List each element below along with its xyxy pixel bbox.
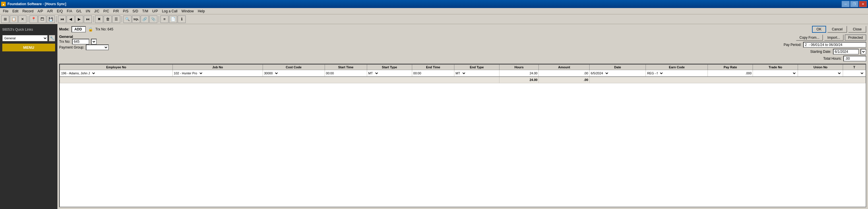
cell-date[interactable]: 6/5/2024 xyxy=(590,70,646,77)
menu-tm[interactable]: T/M xyxy=(141,9,150,14)
earn-code-select[interactable] xyxy=(658,71,663,76)
menu-ap[interactable]: A/P xyxy=(36,9,45,14)
cost-code-select[interactable] xyxy=(274,71,279,76)
menu-ar[interactable]: A/R xyxy=(45,9,55,14)
quick-links-select[interactable]: General xyxy=(2,35,48,41)
protected-button[interactable]: Protected xyxy=(845,34,866,41)
t-select[interactable] xyxy=(844,71,864,76)
col-cost-code: Cost Code xyxy=(262,65,324,70)
payment-group-label: Payment Group: xyxy=(59,46,84,49)
toolbar-window-btn[interactable]: 🗔 xyxy=(38,16,46,23)
minimize-button[interactable]: ─ xyxy=(842,1,849,7)
menu-up[interactable]: U/P xyxy=(150,9,160,14)
lock-icon: 🔒 xyxy=(88,27,93,32)
menu-file[interactable]: File xyxy=(1,9,10,14)
col-end-time: End Time xyxy=(412,65,454,70)
date-select[interactable] xyxy=(604,71,609,76)
toolbar-list-btn[interactable]: ☰ xyxy=(112,16,120,23)
toolbar-doc-btn[interactable]: 📄 xyxy=(169,16,177,23)
wrench-button[interactable]: 🔧 xyxy=(49,35,55,41)
toolbar-info-btn[interactable]: ℹ xyxy=(178,16,186,23)
cell-cost-code[interactable]: 30000 xyxy=(262,70,324,77)
cell-earn-code[interactable]: REG - f xyxy=(646,70,708,77)
menu-button[interactable]: MENU xyxy=(2,43,55,51)
ok-button[interactable]: OK xyxy=(812,26,826,33)
trade-no-select[interactable] xyxy=(754,71,797,76)
toolbar-first-btn[interactable]: ⏮ xyxy=(58,16,66,23)
mode-label: Mode: xyxy=(59,27,69,31)
cell-t[interactable] xyxy=(843,70,866,77)
cell-hours[interactable]: 24.00 xyxy=(499,70,539,77)
start-type-select[interactable] xyxy=(374,71,379,76)
cell-job-no[interactable]: 102 - Hunter Pro xyxy=(173,70,262,77)
menu-pc[interactable]: P/C xyxy=(102,9,111,14)
toolbar: ⊞ 📋 ✕ 📍 🗔 💾 ⏮ ◀ ▶ ⏭ ✖ 🗑 ☰ 🔍 SQL 🔗 📎 ≡ 📄 … xyxy=(0,14,868,24)
menu-sd[interactable]: S/D xyxy=(131,9,140,14)
menu-record[interactable]: Record xyxy=(21,9,35,14)
starting-date-select[interactable] xyxy=(861,49,866,55)
union-no-select[interactable] xyxy=(799,71,842,76)
menu-fa[interactable]: F/A xyxy=(65,9,74,14)
menu-ps[interactable]: P/S xyxy=(121,9,130,14)
toolbar-x-btn[interactable]: ✖ xyxy=(95,16,103,23)
toolbar-link-btn[interactable]: 🔗 xyxy=(141,16,149,23)
trx-no-input[interactable] xyxy=(72,39,89,44)
cell-amount[interactable]: .00 xyxy=(539,70,590,77)
toolbar-save-btn[interactable]: 💾 xyxy=(47,16,55,23)
toolbar-attach-btn[interactable]: 📎 xyxy=(149,16,157,23)
total-rest xyxy=(590,77,866,83)
toolbar-sql-btn[interactable]: SQL xyxy=(132,16,140,23)
total-hours-input[interactable] xyxy=(843,56,866,61)
total-hours-label: Total Hours: xyxy=(823,57,842,61)
toolbar-pin-btn[interactable]: 📍 xyxy=(30,16,38,23)
close-button[interactable]: ✕ xyxy=(859,1,867,7)
trx-no-label: Trx No: xyxy=(59,40,70,43)
menu-pr[interactable]: P/R xyxy=(112,9,121,14)
cell-start-type[interactable]: MT xyxy=(367,70,412,77)
menu-log-call[interactable]: Log a Call xyxy=(160,9,179,14)
menu-in[interactable]: I/N xyxy=(84,9,92,14)
cell-union-no[interactable] xyxy=(798,70,843,77)
starting-date-input[interactable] xyxy=(833,49,859,55)
title-bar: ▲ Foundation Software - [Hours Sync] ─ ❐… xyxy=(0,0,868,8)
restore-button[interactable]: ❐ xyxy=(850,1,858,7)
toolbar-search-btn[interactable]: 🔍 xyxy=(123,16,131,23)
cell-employee-no[interactable]: 196 - Adams, John J xyxy=(60,70,173,77)
menu-help[interactable]: Help xyxy=(196,9,207,14)
grid-header-row: Employee No Job No Cost Code Start Time … xyxy=(60,65,866,70)
menu-jc[interactable]: J/C xyxy=(92,9,101,14)
toolbar-bullets-btn[interactable]: ≡ xyxy=(160,16,168,23)
toolbar-last-btn[interactable]: ⏭ xyxy=(84,16,92,23)
toolbar-delete-btn[interactable]: ✕ xyxy=(19,16,26,23)
toolbar-trash-btn[interactable]: 🗑 xyxy=(104,16,112,23)
toolbar-grid-btn[interactable]: ⊞ xyxy=(1,16,9,23)
close-window-button[interactable]: Close xyxy=(848,26,866,33)
menu-eq[interactable]: E/Q xyxy=(55,9,65,14)
total-hours-row: Total Hours: xyxy=(784,56,866,61)
toolbar-copy-btn[interactable]: 📋 xyxy=(10,16,18,23)
cell-pay-rate[interactable]: .000 xyxy=(708,70,753,77)
cell-trade-no[interactable] xyxy=(753,70,798,77)
title-bar-controls: ─ ❐ ✕ xyxy=(842,1,867,7)
cell-end-type[interactable]: MT xyxy=(454,70,499,77)
menu-window[interactable]: Window xyxy=(180,9,195,14)
cancel-button[interactable]: Cancel xyxy=(827,26,847,33)
import-button[interactable]: Import... xyxy=(824,34,844,41)
cell-start-time[interactable]: 00:00 xyxy=(324,70,367,77)
end-type-select[interactable] xyxy=(461,71,466,76)
payment-group-select[interactable] xyxy=(86,44,109,50)
menu-edit[interactable]: Edit xyxy=(11,9,20,14)
tb-separator-4 xyxy=(122,16,122,22)
general-buttons: Copy From... Import... Protected xyxy=(796,34,866,41)
app-icon: ▲ xyxy=(1,2,6,6)
menu-gl[interactable]: G/L xyxy=(74,9,83,14)
pay-period-input[interactable] xyxy=(803,42,866,48)
trx-no-select[interactable] xyxy=(91,39,97,44)
copy-from-button[interactable]: Copy From... xyxy=(796,34,823,41)
employee-no-select[interactable] xyxy=(91,71,96,76)
toolbar-next-btn[interactable]: ▶ xyxy=(75,16,83,23)
toolbar-prev-btn[interactable]: ◀ xyxy=(67,16,74,23)
cell-end-time[interactable]: 00:00 xyxy=(412,70,454,77)
job-no-select[interactable] xyxy=(198,71,203,76)
general-top: General Trx No: Payment Group: Copy F xyxy=(59,34,866,61)
